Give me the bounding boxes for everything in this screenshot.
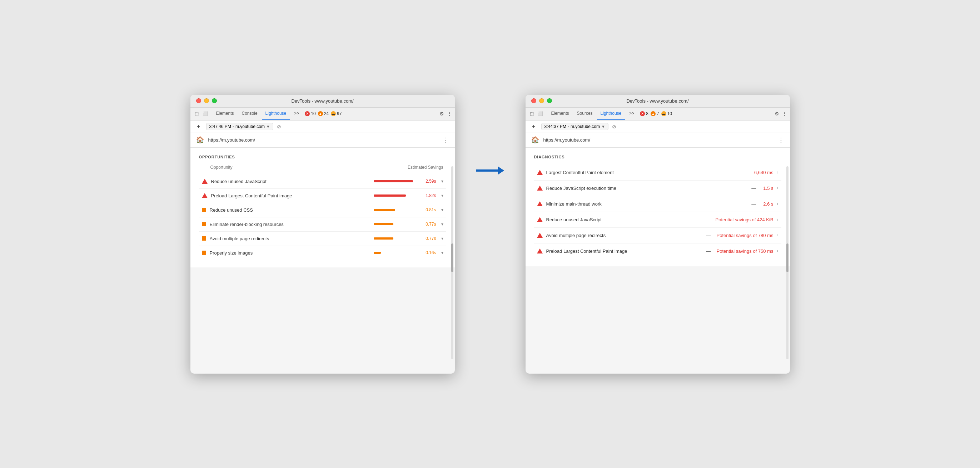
- orange-square-icon-4: [202, 222, 206, 226]
- tab-more-right[interactable]: >>: [625, 108, 638, 120]
- tab-console-left[interactable]: Console: [238, 108, 261, 120]
- url-row-right: 🏠 https://m.youtube.com/ ⋮: [525, 133, 790, 148]
- info-icon-left: ▬: [331, 111, 336, 116]
- tab-more-left[interactable]: >>: [291, 108, 302, 120]
- badge-group-right: ✕ 8 ▲ 7 ▬ 10: [640, 111, 672, 116]
- no-symbol-left[interactable]: ⊘: [277, 124, 281, 129]
- cursor-icon-right[interactable]: ⬚: [528, 110, 536, 117]
- warning-icon-left: ▲: [318, 111, 323, 116]
- opp-row-5: Avoid multiple page redirects 0.77s ▾: [199, 232, 446, 246]
- more-menu-icon-right[interactable]: ⋮: [782, 111, 787, 117]
- scrollbar-left[interactable]: [451, 166, 453, 359]
- chevron-6[interactable]: ▾: [441, 250, 443, 255]
- diag-name-4: Reduce unused JavaScript: [546, 217, 700, 222]
- diag-red-triangle-1: [537, 170, 543, 175]
- opp-name-1: Reduce unused JavaScript: [211, 179, 370, 184]
- traffic-lights-left: [196, 98, 217, 103]
- savings-bar-5: [374, 237, 393, 240]
- more-menu-icon-left[interactable]: ⋮: [447, 111, 452, 117]
- diag-chevron-2[interactable]: ›: [777, 185, 778, 190]
- no-symbol-right[interactable]: ⊘: [612, 124, 616, 129]
- minimize-button-left[interactable]: [204, 98, 209, 103]
- arrow-body: [476, 169, 498, 172]
- badge-errors-left: ✕ 10: [305, 111, 315, 116]
- scrollbar-right[interactable]: [786, 166, 789, 359]
- settings-icon-right[interactable]: ⚙: [775, 111, 779, 117]
- diag-red-triangle-2: [537, 185, 543, 190]
- tab-lighthouse-right[interactable]: Lighthouse: [597, 108, 625, 120]
- tab-elements-left[interactable]: Elements: [213, 108, 238, 120]
- opp-row-2: Preload Largest Contentful Paint image 1…: [199, 189, 446, 203]
- chevron-1[interactable]: ▾: [441, 179, 443, 184]
- url-text-right: https://m.youtube.com/: [543, 137, 778, 143]
- warning-icon-right: ▲: [651, 111, 655, 116]
- diag-red-triangle-5: [537, 233, 543, 238]
- bar-container-3: [374, 209, 417, 211]
- minimize-button-right[interactable]: [539, 98, 544, 103]
- diag-chevron-3[interactable]: ›: [777, 201, 778, 206]
- red-triangle-icon-1: [202, 179, 208, 184]
- diag-chevron-1[interactable]: ›: [777, 170, 778, 175]
- badge-errors-right: ✕ 8: [640, 111, 648, 116]
- close-button-right[interactable]: [531, 98, 536, 103]
- chevron-4[interactable]: ▾: [441, 222, 443, 227]
- opp-name-4: Eliminate render-blocking resources: [210, 222, 370, 227]
- scrollbar-thumb-left[interactable]: [451, 243, 453, 272]
- url-dropdown-left[interactable]: 3:47:46 PM - m.youtube.com ▼: [206, 123, 273, 130]
- device-icon[interactable]: ⬜: [202, 110, 209, 117]
- toolbar-left: + 3:47:46 PM - m.youtube.com ▼ ⊘: [191, 120, 455, 133]
- url-more-btn-right[interactable]: ⋮: [778, 136, 784, 144]
- tab-bar-right-left: ⚙ ⋮: [439, 111, 452, 117]
- tab-bar-right: ⬚ ⬜ Elements Sources Lighthouse >> ✕ 8: [525, 108, 790, 120]
- add-button-right[interactable]: +: [530, 123, 538, 131]
- column-headers-left: Opportunity Estimated Savings: [199, 165, 446, 173]
- close-button-left[interactable]: [196, 98, 201, 103]
- diag-value-1: 6,640 ms: [754, 170, 773, 175]
- diag-row-1: Largest Contentful Paint element — 6,640…: [534, 165, 781, 180]
- title-bar-right: DevTools - www.youtube.com/: [525, 95, 790, 108]
- diag-savings-5: Potential savings of 780 ms: [717, 233, 773, 238]
- chevron-2[interactable]: ▾: [441, 193, 443, 198]
- diag-chevron-4[interactable]: ›: [777, 217, 778, 222]
- cursor-icon[interactable]: ⬚: [193, 110, 200, 117]
- diag-value-3: 2.6 s: [763, 201, 773, 207]
- red-triangle-icon-2: [202, 193, 208, 198]
- opp-name-6: Properly size images: [210, 250, 370, 256]
- orange-square-icon-6: [202, 251, 206, 255]
- opp-savings-1: 2.59s: [420, 179, 436, 184]
- bar-container-1: [374, 180, 417, 182]
- diag-name-1: Largest Contentful Paint element: [546, 170, 737, 175]
- settings-icon-left[interactable]: ⚙: [439, 111, 444, 117]
- bar-container-6: [374, 252, 417, 254]
- url-more-btn-left[interactable]: ⋮: [443, 136, 449, 144]
- device-icon-right[interactable]: ⬜: [537, 110, 544, 117]
- tab-bar-left: ⬚ ⬜ Elements Console Lighthouse >> ✕ 10: [191, 108, 455, 120]
- col-savings: Estimated Savings: [408, 165, 443, 170]
- orange-square-icon-3: [202, 208, 206, 212]
- tab-elements-right[interactable]: Elements: [548, 108, 573, 120]
- opp-row-4: Eliminate render-blocking resources 0.77…: [199, 217, 446, 232]
- badge-warnings-left: ▲ 24: [318, 111, 329, 116]
- chevron-3[interactable]: ▾: [441, 208, 443, 212]
- savings-bar-1: [374, 180, 413, 182]
- maximize-button-left[interactable]: [212, 98, 217, 103]
- diag-red-triangle-4: [537, 217, 543, 222]
- diag-row-6: Preload Largest Contentful Paint image —…: [534, 243, 781, 259]
- lighthouse-logo-right: 🏠: [531, 136, 540, 144]
- opp-name-2: Preload Largest Contentful Paint image: [211, 193, 370, 198]
- chevron-5[interactable]: ▾: [441, 236, 443, 241]
- maximize-button-right[interactable]: [547, 98, 552, 103]
- tab-sources-right[interactable]: Sources: [573, 108, 596, 120]
- scrollbar-thumb-right[interactable]: [786, 243, 789, 272]
- window-title-left: DevTools - www.youtube.com/: [291, 98, 353, 104]
- diag-chevron-6[interactable]: ›: [777, 249, 778, 254]
- bar-container-2: [374, 195, 417, 196]
- arrow-head: [498, 166, 504, 175]
- window-title-right: DevTools - www.youtube.com/: [626, 98, 689, 104]
- error-icon-right: ✕: [640, 111, 645, 116]
- tab-bar-right-right: ⚙ ⋮: [775, 111, 787, 117]
- tab-lighthouse-left[interactable]: Lighthouse: [262, 108, 290, 120]
- add-button-left[interactable]: +: [195, 123, 202, 131]
- diag-chevron-5[interactable]: ›: [777, 233, 778, 238]
- url-dropdown-right[interactable]: 3:44:37 PM - m.youtube.com ▼: [541, 123, 608, 130]
